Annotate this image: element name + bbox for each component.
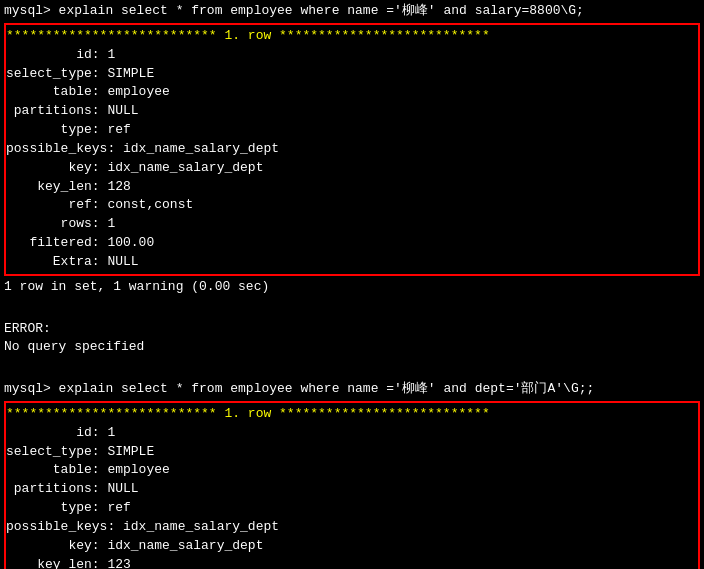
row1-extra: Extra: NULL <box>6 253 698 272</box>
error-msg: No query specified <box>4 338 700 357</box>
row1-type: type: ref <box>6 121 698 140</box>
row1-rows: rows: 1 <box>6 215 698 234</box>
prompt2: mysql> <box>4 381 59 396</box>
row1-key-len: key_len: 128 <box>6 178 698 197</box>
query1-line: mysql> explain select * from employee wh… <box>4 2 700 21</box>
row1-key: key: idx_name_salary_dept <box>6 159 698 178</box>
row1-select-type: select_type: SIMPLE <box>6 65 698 84</box>
query1-text: explain select * from employee where nam… <box>59 3 584 18</box>
row1-partitions: partitions: NULL <box>6 102 698 121</box>
row2-key: key: idx_name_salary_dept <box>6 537 698 556</box>
prompt1: mysql> <box>4 3 59 18</box>
query2-line: mysql> explain select * from employee wh… <box>4 380 700 399</box>
row1-possible-keys: possible_keys: idx_name_salary_dept <box>6 140 698 159</box>
terminal: mysql> explain select * from employee wh… <box>0 0 704 569</box>
blank1 <box>4 297 700 316</box>
separator2: *************************** 1. row *****… <box>6 405 698 424</box>
row2-key-len: key_len: 123 <box>6 556 698 569</box>
row2-partitions: partitions: NULL <box>6 480 698 499</box>
result-box-2: *************************** 1. row *****… <box>4 401 700 569</box>
row2-id: id: 1 <box>6 424 698 443</box>
query2-text: explain select * from employee where nam… <box>59 381 595 396</box>
row1-ref: ref: const,const <box>6 196 698 215</box>
separator1: *************************** 1. row *****… <box>6 27 698 46</box>
error-block: ERROR: No query specified <box>4 320 700 358</box>
row2-table: table: employee <box>6 461 698 480</box>
result-box-1: *************************** 1. row *****… <box>4 23 700 276</box>
row1-filtered: filtered: 100.00 <box>6 234 698 253</box>
row1-id: id: 1 <box>6 46 698 65</box>
summary1: 1 row in set, 1 warning (0.00 sec) <box>4 278 700 297</box>
error-label: ERROR: <box>4 320 700 339</box>
row2-type: type: ref <box>6 499 698 518</box>
blank2 <box>4 361 700 380</box>
row1-table: table: employee <box>6 83 698 102</box>
row2-possible-keys: possible_keys: idx_name_salary_dept <box>6 518 698 537</box>
row2-select-type: select_type: SIMPLE <box>6 443 698 462</box>
